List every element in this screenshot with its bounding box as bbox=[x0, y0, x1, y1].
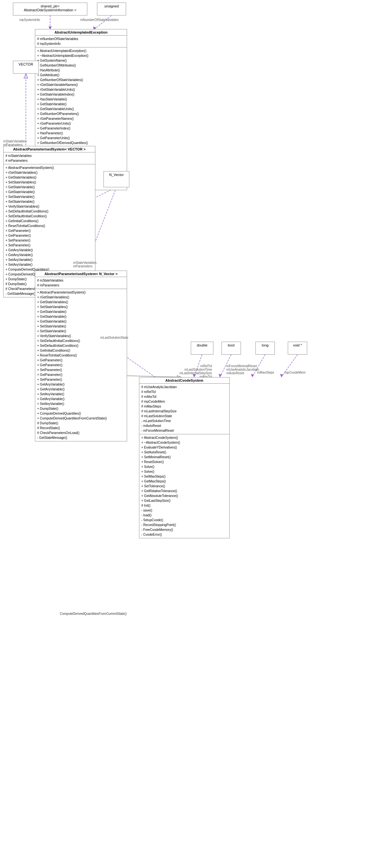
reltol-label: mRelTol mLastSolutionTime mLastInternalS… bbox=[179, 364, 212, 378]
bool-label: bool bbox=[228, 343, 235, 347]
m-number-of-state-variables-label: mNumberOfStateVariables bbox=[80, 18, 119, 22]
abstract-pv-fields: # mStateVariables # mParameters bbox=[4, 152, 95, 164]
abstract-cvode-fields: # mUseAnalyticJacobian # mRelTol # mAbsT… bbox=[139, 383, 229, 434]
shared-ptr-label: shared_ptr< AbstractOdeSystemInformation… bbox=[24, 4, 76, 12]
diagram-container: shared_ptr< AbstractOdeSystemInformation… bbox=[0, 0, 367, 868]
svg-marker-22 bbox=[280, 374, 283, 377]
force-reset-label: mForceMinimalReset mUseAnalyticJacobian … bbox=[226, 364, 259, 375]
long-box: long bbox=[255, 342, 275, 354]
void-ptr-box: void * bbox=[288, 342, 307, 354]
abstract-parameterised-vector-title: AbstractParameterisedSystem< VECTOR > bbox=[4, 146, 95, 152]
void-ptr-label: void * bbox=[293, 343, 302, 347]
abstract-cvode-methods: + AbstractCvodeSystem() + ~AbstractCvode… bbox=[139, 434, 229, 538]
double-label: double bbox=[197, 343, 207, 347]
vector-label: VECTOR bbox=[19, 62, 33, 66]
unsigned-label: unsigned bbox=[105, 4, 119, 8]
unsigned-box: unsigned bbox=[97, 3, 126, 16]
abstract-pnv-fields: # mStateVariables # mParameters bbox=[35, 277, 127, 289]
svg-marker-5 bbox=[24, 73, 28, 78]
detected-text: ComputeDerivedQuantitiesFromCurrentState… bbox=[60, 612, 127, 616]
mp-system-info-label: mpSystemInfo bbox=[20, 18, 40, 22]
vector-box: VECTOR bbox=[13, 61, 39, 73]
double-box: double bbox=[191, 342, 214, 354]
long-label: long bbox=[262, 343, 269, 347]
abstract-untemplated-title: AbstractUntemplatedException bbox=[35, 29, 127, 35]
shared-ptr-box: shared_ptr< AbstractOdeSystemInformation… bbox=[13, 3, 87, 16]
state-vars-label-1: mStateVariables mParameters bbox=[3, 140, 27, 147]
max-steps-label: mMaxSteps bbox=[257, 371, 274, 374]
abstract-parameterised-nvector-box: AbstractParameterisedSystem< N_Vector > … bbox=[35, 271, 127, 441]
mp-cvode-mem-label: mpCvodeMem bbox=[285, 371, 306, 374]
last-solution-state-label: mLastSolutionState bbox=[100, 336, 129, 339]
abstract-cvode-title: AbstractCvodeSystem bbox=[139, 377, 229, 383]
state-vars-label-2: mStateVariables mParameters bbox=[73, 261, 97, 268]
abstract-pnv-title: AbstractParameterisedSystem< N_Vector > bbox=[35, 271, 127, 277]
abstract-pnv-methods: + AbstractParameterisedSystem() + rGetSt… bbox=[35, 289, 127, 441]
svg-line-2 bbox=[94, 16, 112, 30]
bool-box: bool bbox=[222, 342, 241, 354]
n-vector-label: N_Vector bbox=[109, 173, 123, 177]
abstract-untemplated-fields: # mNumberOfStateVariables # mpSystemInfo bbox=[35, 35, 127, 48]
abstract-cvode-box: AbstractCvodeSystem # mUseAnalyticJacobi… bbox=[139, 377, 230, 538]
svg-line-23 bbox=[123, 354, 155, 377]
n-vector-box: N_Vector bbox=[104, 171, 129, 187]
svg-marker-18 bbox=[219, 374, 222, 377]
